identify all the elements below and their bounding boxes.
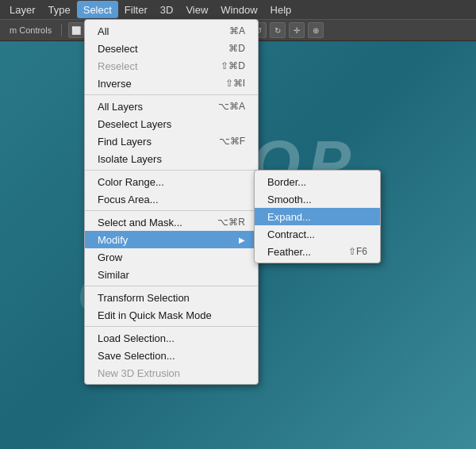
sep5: [85, 326, 258, 327]
toolbar-3d-btn3[interactable]: ✛: [289, 22, 305, 38]
menu-item-reselect[interactable]: Reselect ⇧⌘D: [85, 57, 258, 75]
menu-item-load-selection[interactable]: Load Selection...: [85, 329, 258, 347]
menu-item-all-layers[interactable]: All Layers ⌥⌘A: [85, 98, 258, 115]
menu-item-all[interactable]: All ⌘A: [85, 22, 258, 40]
submenu-item-expand[interactable]: Expand...: [255, 208, 380, 225]
menu-item-edit-quick-mask[interactable]: Edit in Quick Mask Mode: [85, 306, 258, 324]
select-dropdown-menu: All ⌘A Deselect ⌘D Reselect ⇧⌘D Inverse …: [84, 19, 259, 385]
sep4: [85, 286, 258, 286]
menu-item-modify[interactable]: Modify ▶: [85, 231, 258, 248]
menu-view[interactable]: View: [179, 1, 214, 18]
toolbar-controls-label: m Controls: [6, 25, 55, 35]
menu-item-color-range[interactable]: Color Range...: [85, 173, 258, 190]
submenu-item-feather[interactable]: Feather... ⇧F6: [255, 243, 380, 260]
menu-window[interactable]: Window: [214, 1, 263, 18]
menu-item-save-selection[interactable]: Save Selection...: [85, 347, 258, 364]
menu-type[interactable]: Type: [42, 1, 77, 18]
submenu-item-border[interactable]: Border...: [255, 173, 380, 190]
submenu-item-contract[interactable]: Contract...: [255, 225, 380, 243]
menu-item-select-mask[interactable]: Select and Mask... ⌥⌘R: [85, 213, 258, 231]
toolbar-btn1[interactable]: ⬜: [68, 22, 84, 38]
menu-help[interactable]: Help: [264, 1, 298, 18]
menu-filter[interactable]: Filter: [118, 1, 154, 18]
menu-item-find-layers[interactable]: Find Layers ⌥⌘F: [85, 132, 258, 150]
menu-item-inverse[interactable]: Inverse ⇧⌘I: [85, 75, 258, 92]
modify-submenu: Border... Smooth... Expand... Contract..…: [254, 170, 381, 263]
menu-item-transform-selection[interactable]: Transform Selection: [85, 289, 258, 306]
toolbar-3d-btn2[interactable]: ↻: [270, 22, 286, 38]
menu-select[interactable]: Select: [77, 1, 118, 18]
sep2: [85, 170, 258, 171]
toolbar-3d-btn4[interactable]: ⊕: [308, 22, 324, 38]
menu-item-focus-area[interactable]: Focus Area...: [85, 190, 258, 208]
toolbar-sep1: [61, 24, 62, 36]
menu-layer[interactable]: Layer: [3, 1, 42, 18]
menubar: Layer Type Select Filter 3D View Window …: [0, 0, 476, 19]
sep3: [85, 210, 258, 211]
menu-item-deselect[interactable]: Deselect ⌘D: [85, 40, 258, 57]
submenu-item-smooth[interactable]: Smooth...: [255, 190, 380, 208]
menu-item-new-3d[interactable]: New 3D Extrusion: [85, 364, 258, 382]
menu-item-isolate-layers[interactable]: Isolate Layers: [85, 150, 258, 167]
menu-item-deselect-layers[interactable]: Deselect Layers: [85, 115, 258, 132]
menu-3d[interactable]: 3D: [154, 1, 180, 18]
submenu-arrow: ▶: [239, 236, 245, 244]
menu-item-grow[interactable]: Grow: [85, 248, 258, 266]
menu-item-similar[interactable]: Similar: [85, 266, 258, 283]
sep1: [85, 94, 258, 95]
